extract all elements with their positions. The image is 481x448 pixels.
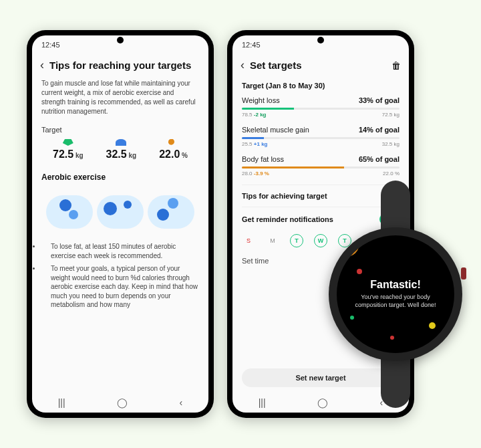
confetti-icon [429, 322, 436, 329]
day-sun[interactable]: S [242, 234, 255, 247]
clock: 12:45 [242, 41, 261, 49]
target-label: Target [41, 126, 199, 134]
home-icon[interactable]: ◯ [317, 397, 328, 408]
tips-link[interactable]: Tips for achieving target [242, 185, 399, 207]
tips-list: To lose fat, at least 150 minutes of aer… [41, 242, 199, 310]
confetti-icon [350, 316, 354, 320]
phone-tips: 12:45 ‹ Tips for reaching your targets T… [27, 30, 214, 418]
goal-weight-loss[interactable]: Weight loss33% of goal 78.5 -2 kg72.5 kg [242, 96, 399, 118]
tip-item: To meet your goals, a typical person of … [41, 264, 199, 310]
delete-icon[interactable]: 🗑 [391, 60, 401, 71]
front-camera [117, 37, 124, 43]
back-icon[interactable]: ‹ [240, 58, 245, 72]
recents-icon[interactable]: ||| [259, 397, 266, 408]
recents-icon[interactable]: ||| [58, 397, 65, 408]
watch-crown[interactable] [461, 267, 466, 279]
confetti-icon [357, 269, 362, 274]
intro-text: To gain muscle and lose fat while mainta… [41, 79, 199, 116]
home-icon[interactable]: ◯ [117, 397, 128, 408]
page-title: Tips for reaching your targets [49, 60, 200, 71]
target-range: Target (Jan 8 to May 30) [242, 79, 399, 96]
watch-headline: Fantastic! [370, 279, 421, 291]
goal-fat-loss[interactable]: Body fat loss65% of goal 28.0 -3.9 %22.0… [242, 155, 399, 177]
aerobic-title: Aerobic exercise [41, 173, 199, 182]
target-row: 72.5 kg 32.5 kg 22.0 % [41, 139, 199, 160]
set-new-target-button[interactable]: Set new target [242, 368, 399, 387]
target-fat: 22.0 % [159, 139, 188, 160]
day-mon[interactable]: M [266, 234, 279, 247]
fat-icon [168, 139, 179, 146]
weight-icon [63, 139, 73, 146]
target-weight: 72.5 kg [53, 139, 84, 160]
aerobic-graphic [41, 189, 199, 235]
clock: 12:45 [41, 41, 60, 49]
front-camera [317, 37, 324, 43]
tip-item: To lose fat, at least 150 minutes of aer… [41, 242, 199, 260]
back-nav-icon[interactable]: ‹ [180, 397, 183, 408]
smartwatch: Fantastic! You've reached your body comp… [322, 221, 469, 368]
confetti-icon [390, 336, 394, 340]
watch-face[interactable]: Fantastic! You've reached your body comp… [337, 235, 454, 353]
page-title: Set targets [250, 60, 386, 71]
goal-muscle-gain[interactable]: Skeletal muscle gain14% of goal 25.5 +1 … [242, 126, 399, 147]
day-tue[interactable]: T [290, 234, 303, 247]
back-icon[interactable]: ‹ [40, 58, 44, 72]
target-muscle: 32.5 kg [106, 139, 137, 160]
muscle-icon [116, 139, 126, 146]
android-navbar[interactable]: |||◯‹ [32, 393, 208, 413]
watch-message: You've reached your body composition tar… [350, 294, 441, 309]
